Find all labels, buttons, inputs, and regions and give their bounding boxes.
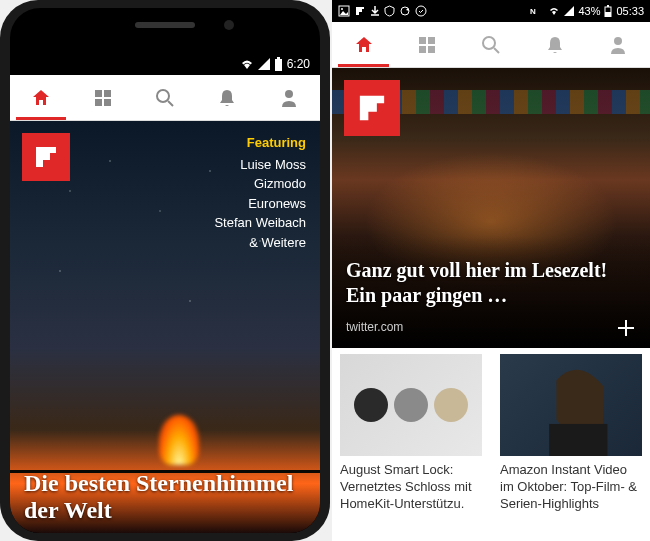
featuring-item: Gizmodo <box>214 174 306 194</box>
flipboard-f-icon <box>32 143 60 171</box>
character-image <box>500 354 642 456</box>
nav-notifications[interactable] <box>523 22 587 67</box>
svg-line-21 <box>494 48 499 53</box>
phone-frame-left: 6:20 <box>0 0 330 541</box>
profile-icon <box>609 35 627 55</box>
home-icon <box>31 88 51 108</box>
flipboard-f-icon <box>355 91 389 125</box>
signal-icon <box>564 6 574 16</box>
signal-icon <box>258 58 270 70</box>
svg-rect-19 <box>428 46 435 53</box>
svg-point-10 <box>341 8 343 10</box>
svg-text:N: N <box>530 7 536 16</box>
svg-rect-17 <box>428 37 435 44</box>
svg-rect-18 <box>419 46 426 53</box>
svg-point-6 <box>157 90 169 102</box>
status-time: 6:20 <box>287 57 310 71</box>
phone-speaker <box>135 22 195 28</box>
tiles-icon <box>94 89 112 107</box>
battery-icon <box>274 57 283 71</box>
download-icon <box>370 5 380 17</box>
card-2-image <box>500 354 642 456</box>
lock-device <box>434 388 468 422</box>
svg-rect-5 <box>104 99 111 106</box>
nav-profile[interactable] <box>586 22 650 67</box>
lock-device <box>394 388 428 422</box>
featuring-list: Featuring Luise Moss Gizmodo Euronews St… <box>214 133 306 252</box>
nav-search[interactable] <box>459 22 523 67</box>
search-icon <box>481 35 501 55</box>
featuring-item: Luise Moss <box>214 155 306 175</box>
featuring-item: & Weitere <box>214 233 306 253</box>
flipboard-status-icon <box>354 5 366 17</box>
shield-icon <box>384 5 395 17</box>
status-right: N 43% 05:33 <box>530 5 644 17</box>
status-time: 05:33 <box>616 5 644 17</box>
lock-device <box>354 388 388 422</box>
svg-rect-24 <box>549 424 607 456</box>
status-bar: 6:20 <box>10 53 320 75</box>
cards-row: August Smart Lock: Vernetztes Schloss mi… <box>332 348 650 513</box>
nav-tiles[interactable] <box>396 22 460 67</box>
nav-tiles[interactable] <box>72 75 134 120</box>
hero-title: Ganz gut voll hier im Lesezelt! Ein paar… <box>346 258 610 308</box>
svg-point-20 <box>483 37 495 49</box>
phone-inner: 6:20 <box>10 8 320 533</box>
svg-rect-0 <box>275 59 282 71</box>
hero-cover-left[interactable]: Featuring Luise Moss Gizmodo Euronews St… <box>10 121 320 533</box>
svg-rect-3 <box>104 90 111 97</box>
flipboard-logo <box>22 133 70 181</box>
nav-notifications[interactable] <box>196 75 258 120</box>
wifi-icon <box>240 58 254 70</box>
nav-home[interactable] <box>10 75 72 120</box>
svg-rect-1 <box>277 57 280 59</box>
phone-right: N 43% 05:33 Ganz gut voll hier im Leseze… <box>332 0 650 541</box>
tiles-icon <box>418 36 436 54</box>
bell-icon <box>546 35 564 55</box>
nav-search[interactable] <box>134 75 196 120</box>
screen-left: 6:20 <box>10 53 320 533</box>
svg-rect-14 <box>605 12 611 17</box>
status-bar-right: N 43% 05:33 <box>332 0 650 22</box>
campfire <box>159 415 199 465</box>
sync-icon <box>399 5 411 17</box>
featuring-item: Stefan Weibach <box>214 213 306 233</box>
search-icon <box>155 88 175 108</box>
profile-icon <box>280 88 298 108</box>
flipboard-logo <box>344 80 400 136</box>
status-left-icons <box>338 5 427 17</box>
badge-icon <box>415 5 427 17</box>
nav-home[interactable] <box>332 22 396 67</box>
hero-cover-right[interactable]: Ganz gut voll hier im Lesezelt! Ein paar… <box>332 68 650 348</box>
card-2[interactable]: Amazon Instant Video im Oktober: Top-Fil… <box>492 348 650 513</box>
svg-point-11 <box>416 6 426 16</box>
svg-line-7 <box>168 101 173 106</box>
wifi-icon <box>548 6 560 16</box>
card-1-image <box>340 354 482 456</box>
svg-rect-4 <box>95 99 102 106</box>
battery-icon <box>604 5 612 17</box>
nfc-icon: N <box>530 6 544 16</box>
nav-profile[interactable] <box>258 75 320 120</box>
hero-source: twitter.com <box>346 320 403 334</box>
nav-bar <box>10 75 320 121</box>
card-1-title: August Smart Lock: Vernetztes Schloss mi… <box>340 462 482 513</box>
featuring-label: Featuring <box>214 133 306 153</box>
plus-icon <box>616 318 636 338</box>
card-2-title: Amazon Instant Video im Oktober: Top-Fil… <box>500 462 642 513</box>
add-button[interactable] <box>616 318 636 338</box>
svg-point-8 <box>285 90 293 98</box>
hero-title: Die besten Sternenhimmel der Welt <box>24 470 306 525</box>
svg-rect-2 <box>95 90 102 97</box>
bell-icon <box>218 88 236 108</box>
svg-rect-15 <box>607 5 609 7</box>
battery-pct: 43% <box>578 5 600 17</box>
svg-point-22 <box>614 37 622 45</box>
card-1[interactable]: August Smart Lock: Vernetztes Schloss mi… <box>332 348 490 513</box>
svg-rect-16 <box>419 37 426 44</box>
image-icon <box>338 5 350 17</box>
home-icon <box>354 35 374 55</box>
featuring-item: Euronews <box>214 194 306 214</box>
nav-bar-right <box>332 22 650 68</box>
